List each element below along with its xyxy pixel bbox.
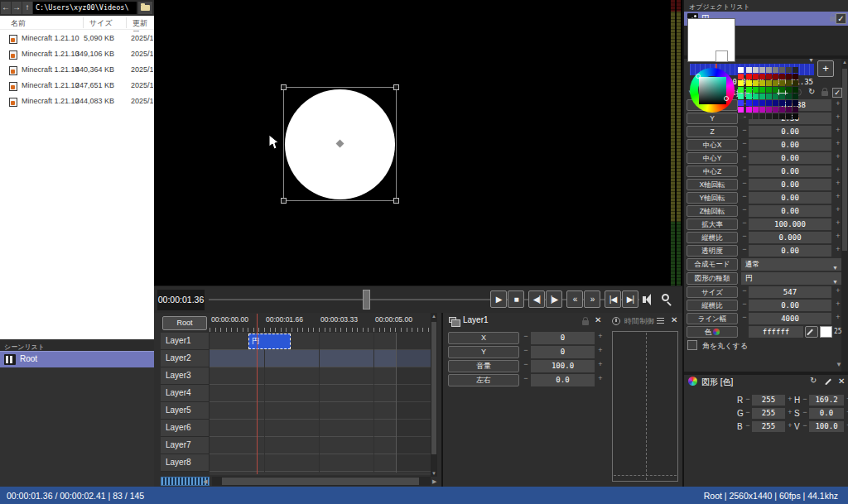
scene-item-root[interactable]: Root <box>0 351 154 367</box>
file-row[interactable]: Minecraft 1.21.10 - …5,090 KB2025/1 <box>0 31 154 47</box>
palette-color[interactable] <box>773 74 778 79</box>
prop-value[interactable]: 0.00 <box>749 126 831 137</box>
channel-value[interactable]: 100.0 <box>809 421 844 432</box>
prop-label[interactable]: 中心Z <box>687 166 738 177</box>
color-preview-secondary[interactable] <box>716 50 728 62</box>
palette-color[interactable] <box>738 107 744 113</box>
palette-color[interactable] <box>793 94 798 99</box>
palette-color[interactable] <box>779 100 785 106</box>
refresh-icon[interactable]: ↻ <box>808 87 815 96</box>
palette-color[interactable] <box>759 107 765 113</box>
increment-button[interactable]: + <box>835 179 841 187</box>
path-input[interactable]: C:\Users\xyz00\Videos\ <box>33 2 137 14</box>
palette-color[interactable] <box>746 87 752 93</box>
frame-back-button[interactable]: ◀| <box>528 290 545 308</box>
palette-color[interactable] <box>759 74 765 79</box>
palette-color[interactable] <box>753 107 759 113</box>
prop-label[interactable]: 透明度 <box>687 245 738 257</box>
color-hex-value[interactable]: ffffff <box>749 326 803 338</box>
layer-prop-label[interactable]: Y <box>448 346 519 358</box>
increment-button[interactable]: + <box>787 421 793 430</box>
file-row[interactable]: Minecraft 1.21.10 - …244,083 KB2025/1 <box>0 94 154 110</box>
close-icon[interactable]: ✕ <box>838 377 845 386</box>
palette-color[interactable] <box>779 87 785 93</box>
decrement-button[interactable]: − <box>741 126 748 134</box>
visibility-checkbox[interactable]: ✓ <box>836 13 846 24</box>
prop-label-color[interactable]: 色 <box>687 326 738 338</box>
eyedropper-icon[interactable] <box>824 377 835 386</box>
layer-button-layer5[interactable]: Layer5 <box>161 402 210 420</box>
prop-value[interactable]: 0.00 <box>749 179 831 190</box>
layer-button-layer2[interactable]: Layer2 <box>161 350 210 367</box>
channel-value[interactable]: 0.0 <box>809 408 844 419</box>
decrement-button[interactable]: − <box>741 313 748 321</box>
lock-icon[interactable] <box>822 91 828 96</box>
palette-color[interactable] <box>753 80 759 86</box>
palette-color[interactable] <box>766 74 772 79</box>
increment-button[interactable]: + <box>597 346 604 354</box>
palette-color[interactable] <box>773 94 778 99</box>
increment-button[interactable]: + <box>835 232 841 240</box>
palette-color[interactable] <box>779 74 785 79</box>
playhead[interactable] <box>257 314 258 474</box>
palette-color[interactable] <box>746 67 752 73</box>
palette-color[interactable] <box>793 100 798 106</box>
palette-color[interactable] <box>766 100 772 106</box>
scroll-up-icon[interactable]: ▲ <box>841 60 848 65</box>
refresh-icon[interactable]: ↻ <box>810 376 817 385</box>
palette-color[interactable] <box>793 107 798 113</box>
prop-label[interactable]: 縦横比 <box>687 300 738 311</box>
zoom-preview-icon[interactable] <box>662 294 669 301</box>
palette-color[interactable] <box>786 80 792 86</box>
timeline-ruler[interactable]: 00:00:00.0000:00:01.6600:00:03.3300:00:0… <box>210 313 431 333</box>
color-swatch[interactable] <box>820 326 832 338</box>
palette-color[interactable] <box>746 74 752 79</box>
saturation-value-box[interactable] <box>699 77 726 104</box>
layer-button-layer4[interactable]: Layer4 <box>161 385 210 402</box>
resize-handle-sw[interactable] <box>281 198 287 204</box>
palette-color[interactable] <box>759 94 765 99</box>
scroll-down-icon[interactable]: ▼ <box>431 471 437 476</box>
frame-forward-button[interactable]: |▶ <box>546 290 562 308</box>
palette-color[interactable] <box>773 80 778 86</box>
prop-value[interactable]: 0.00 <box>749 300 831 311</box>
palette-color[interactable] <box>779 80 785 86</box>
palette-color[interactable] <box>786 107 792 113</box>
timeline-clip-circle[interactable]: 円 <box>248 334 291 349</box>
decrement-button[interactable]: − <box>523 360 529 368</box>
palette-color[interactable] <box>793 80 798 86</box>
palette-color[interactable] <box>766 107 772 113</box>
layer-prop-label[interactable]: 音量 <box>448 360 519 372</box>
prop-label[interactable]: サイズ <box>687 286 738 298</box>
increment-button[interactable]: + <box>835 300 841 308</box>
palette-color[interactable] <box>746 94 752 99</box>
palette-color[interactable] <box>738 100 744 106</box>
palette-color[interactable] <box>753 100 759 106</box>
prop-label[interactable]: Z <box>687 126 738 137</box>
palette-color[interactable] <box>738 80 744 86</box>
layer-prop-value[interactable]: 0.0 <box>531 374 595 386</box>
layer-prop-value[interactable]: 100.0 <box>531 360 595 372</box>
increment-button[interactable]: + <box>787 395 793 403</box>
layer-prop-value[interactable]: 0 <box>531 346 595 358</box>
palette-color[interactable] <box>786 67 792 73</box>
palette-color[interactable] <box>759 100 765 106</box>
open-folder-button[interactable] <box>138 2 152 14</box>
palette-color[interactable] <box>786 100 792 106</box>
file-row[interactable]: Minecraft 1.21.10 - …247,651 KB2025/1 <box>0 79 154 94</box>
increment-button[interactable]: + <box>835 113 841 121</box>
range-end-marker[interactable]: ▼ <box>808 57 814 63</box>
prop-label[interactable]: X軸回転 <box>687 179 738 190</box>
channel-value[interactable]: 255 <box>752 408 785 419</box>
palette-color[interactable] <box>786 113 792 119</box>
jump-end-button[interactable]: ▶| <box>622 290 638 308</box>
prop-value[interactable]: 0.000 <box>749 232 831 243</box>
decrement-button[interactable]: − <box>523 346 529 354</box>
palette-color[interactable] <box>759 80 765 86</box>
timeline-hscrollbar[interactable] <box>212 477 431 486</box>
layer-button-layer1[interactable]: Layer1 <box>161 333 210 350</box>
prop-label[interactable]: 中心X <box>687 139 738 151</box>
decrement-button[interactable]: − <box>523 374 529 382</box>
prop-value[interactable]: 0.00 <box>749 192 831 204</box>
decrement-button[interactable]: − <box>741 192 748 200</box>
